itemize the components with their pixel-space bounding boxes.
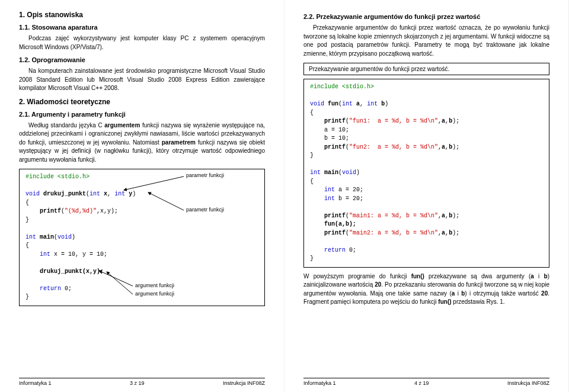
para-after-code: W powyższym programie do funkcji fun() p…: [303, 272, 549, 307]
frame-title: Przekazywanie argumentów do funkcji prze…: [303, 63, 549, 75]
footer-left-text: Informatyka 1: [19, 380, 52, 386]
heading-1: 1. Opis stanowiska: [19, 11, 265, 19]
heading-2-1: 2.1. Argumenty i parametry funkcji: [19, 111, 265, 118]
footer-left: Informatyka 1 3 z 19 Instrukcja INF08Z: [19, 378, 265, 386]
heading-1-1: 1.1. Stosowana aparatura: [19, 24, 265, 31]
heading-2-2: 2.2. Przekazywanie argumentów do funkcji…: [303, 13, 549, 20]
heading-1-2: 1.2. Oprogramowanie: [19, 56, 265, 63]
para-1-2: Na komputerach zainstalowane jest środow…: [19, 67, 265, 93]
footer-mid-text: 3 z 19: [130, 380, 145, 386]
footer-left-text-r: Informatyka 1: [303, 380, 336, 386]
label-param-1: parametr funkcji: [186, 172, 224, 178]
footer-mid-text-r: 4 z 19: [414, 380, 429, 386]
para-1-1: Podczas zajęć wykorzystywany jest komput…: [19, 34, 265, 52]
heading-2: 2. Wiadomości teoretyczne: [19, 98, 265, 106]
label-arg-2: argument funkcji: [135, 291, 174, 297]
label-param-2: parametr funkcji: [186, 207, 224, 213]
footer-right-page: Informatyka 1 4 z 19 Instrukcja INF08Z: [303, 378, 549, 386]
para-2-1: Według standardu języka C argumentem fun…: [19, 121, 265, 165]
page-right: 2.2. Przekazywanie argumentów do funkcji…: [284, 0, 569, 392]
label-arg-1: argument funkcji: [135, 282, 174, 288]
para-2-2: Przekazywanie argumentów do funkcji prze…: [303, 24, 549, 58]
code-block-2: #include <stdio.h> void fun(int a, int b…: [303, 79, 549, 268]
code-block-1-wrapper: #include <stdio.h> void drukuj_punkt(int…: [19, 169, 265, 306]
footer-right-text-r: Instrukcja INF08Z: [507, 380, 549, 386]
page-left: 1. Opis stanowiska 1.1. Stosowana aparat…: [0, 0, 284, 392]
footer-right-text: Instrukcja INF08Z: [223, 380, 265, 386]
